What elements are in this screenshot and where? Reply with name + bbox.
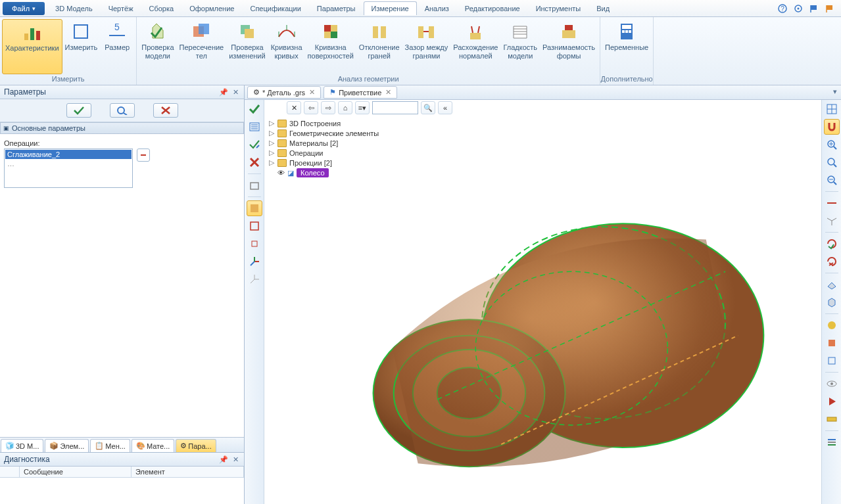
pin-icon[interactable]: 📌 <box>219 87 228 97</box>
menu-analysis[interactable]: Анализ <box>417 1 457 16</box>
rotate-check-icon[interactable] <box>824 236 840 252</box>
ribbon-btn-check-model[interactable]: Проверка модели <box>139 19 176 74</box>
menu-parameters[interactable]: Параметры <box>309 1 364 16</box>
ribbon-btn-normal-divergence[interactable]: Расхождение нормалей <box>450 19 500 74</box>
smoothness-icon <box>510 21 531 42</box>
ribbon-btn-intersect[interactable]: Пересечение тел <box>177 19 227 74</box>
menu-drawing[interactable]: Чертёж <box>101 1 141 16</box>
tab-elements[interactable]: 📦Элем... <box>45 439 89 452</box>
menu-edit[interactable]: Редактирование <box>457 1 528 16</box>
ribbon-btn-mold-release[interactable]: Разнимаемость формы <box>540 19 598 74</box>
axis-iso-icon[interactable] <box>824 213 840 229</box>
operations-label: Операции: <box>4 139 240 147</box>
diag-col-icon <box>0 467 20 477</box>
file-menu-button[interactable]: Файл ▾ <box>3 2 45 15</box>
svg-text:?: ? <box>781 5 784 12</box>
model-render <box>264 100 821 504</box>
play-icon[interactable] <box>824 394 840 409</box>
reject-icon[interactable] <box>247 154 262 170</box>
menu-right-controls: ? <box>777 3 841 14</box>
section-surface-icon[interactable] <box>824 277 840 292</box>
view-cube-icon[interactable] <box>247 177 262 193</box>
menu-3d-model[interactable]: 3D Модель <box>47 1 101 16</box>
menu-measurement[interactable]: Измерение <box>364 1 417 15</box>
tab-materials[interactable]: 🎨Мате... <box>132 439 174 452</box>
flag-blue-icon[interactable] <box>808 3 820 14</box>
close-tab-icon[interactable]: ✕ <box>385 88 391 97</box>
svg-text:5: 5 <box>114 22 120 32</box>
sphere-icon[interactable] <box>824 317 840 333</box>
auto-finish-icon[interactable] <box>247 137 262 152</box>
wireframe-red-icon[interactable] <box>247 218 262 234</box>
menu-tools[interactable]: Инструменты <box>528 1 589 16</box>
operations-list[interactable]: Сглаживание_2 … <box>4 149 133 188</box>
zoom-out-icon[interactable] <box>824 172 840 188</box>
close-icon[interactable]: ✕ <box>231 87 240 97</box>
ribbon-btn-gap[interactable]: Зазор между гранями <box>402 19 451 74</box>
ribbon-label: Характеристики <box>5 44 59 53</box>
tab-parameters[interactable]: ⚙Пара... <box>176 439 216 452</box>
svg-line-62 <box>251 279 254 283</box>
ribbon-btn-check-changes[interactable]: Проверка изменений <box>226 19 268 74</box>
tab-menu[interactable]: 📋Мен... <box>90 439 130 452</box>
box-wire-icon[interactable] <box>824 353 840 369</box>
section-cube-icon[interactable] <box>824 294 840 310</box>
characteristics-icon <box>22 22 43 43</box>
params-section-header[interactable]: ▣ Основные параметры <box>0 122 244 134</box>
help-icon[interactable]: ? <box>777 3 788 14</box>
remove-operation-button[interactable] <box>137 149 150 162</box>
magnet-icon[interactable] <box>824 119 840 135</box>
ribbon-btn-surface-curvature[interactable]: Кривизна поверхностей <box>305 19 356 74</box>
rotate-cross-icon[interactable] <box>824 254 840 269</box>
gear-icon[interactable] <box>792 3 804 14</box>
tabs-menu-icon[interactable]: ▾ <box>833 87 837 96</box>
axis-rgb-icon[interactable] <box>247 254 262 269</box>
ribbon-btn-smoothness[interactable]: Гладкость модели <box>500 19 540 74</box>
diagnostics-columns: Сообщение Элемент <box>0 467 244 478</box>
solid-mode-icon[interactable] <box>247 200 262 216</box>
svg-rect-36 <box>565 25 573 30</box>
dimension-icon: 5 <box>107 21 128 42</box>
close-icon[interactable]: ✕ <box>231 455 240 464</box>
box-solid-icon[interactable] <box>824 335 840 351</box>
ribbon-btn-face-deviation[interactable]: Отклонение граней <box>356 19 402 74</box>
grid-icon[interactable] <box>824 101 840 117</box>
zoom-in-icon[interactable] <box>824 137 840 152</box>
svg-rect-55 <box>251 222 258 230</box>
tab-3d-model[interactable]: 🧊3D М... <box>1 439 43 452</box>
svg-rect-4 <box>811 5 817 10</box>
menu-view[interactable]: Вид <box>589 1 617 16</box>
apply-button[interactable] <box>66 103 91 118</box>
ribbon-btn-measure[interactable]: Измерить <box>62 19 101 74</box>
wireframe-small-icon[interactable] <box>247 236 262 252</box>
pin-icon[interactable]: 📌 <box>219 455 228 464</box>
flag-orange-icon[interactable] <box>824 3 836 14</box>
zoom-fit-icon[interactable] <box>824 154 840 170</box>
list-icon[interactable] <box>247 119 262 135</box>
axis-x-icon[interactable] <box>824 195 840 211</box>
ruler-tool-icon[interactable] <box>824 411 840 427</box>
svg-line-80 <box>834 164 836 167</box>
accept-icon[interactable] <box>247 101 262 117</box>
close-tab-icon[interactable]: ✕ <box>309 88 315 97</box>
preview-button[interactable] <box>110 103 135 118</box>
cancel-button[interactable] <box>153 103 178 118</box>
eye-toggle-icon[interactable] <box>824 376 840 392</box>
ribbon-btn-curve-curvature[interactable]: Кривизна кривых <box>268 19 305 74</box>
viewport[interactable]: ✕ ⇦ ⇨ ⌂ ≡▾ 🔍 « ▷3D Построения ▷Геометрич… <box>264 100 821 504</box>
ribbon-btn-dimension[interactable]: 5 Размер <box>100 19 134 74</box>
ribbon-btn-variables[interactable]: Переменные <box>602 19 651 74</box>
svg-rect-35 <box>562 30 575 38</box>
menu-design[interactable]: Оформление <box>181 1 242 16</box>
curve-curvature-icon <box>276 21 297 42</box>
ribbon-btn-characteristics[interactable]: Характеристики <box>2 19 62 74</box>
svg-line-85 <box>832 218 836 221</box>
svg-rect-22 <box>324 25 331 32</box>
menu-assembly[interactable]: Сборка <box>141 1 182 16</box>
axis-gray-icon[interactable] <box>247 271 262 287</box>
layers-icon[interactable] <box>824 434 840 450</box>
doc-tab-welcome[interactable]: ⚑ Приветствие ✕ <box>324 86 397 99</box>
operation-item[interactable]: Сглаживание_2 <box>5 150 132 159</box>
menu-specs[interactable]: Спецификации <box>242 1 308 16</box>
doc-tab-part[interactable]: ⚙ * Деталь .grs ✕ <box>247 86 321 99</box>
